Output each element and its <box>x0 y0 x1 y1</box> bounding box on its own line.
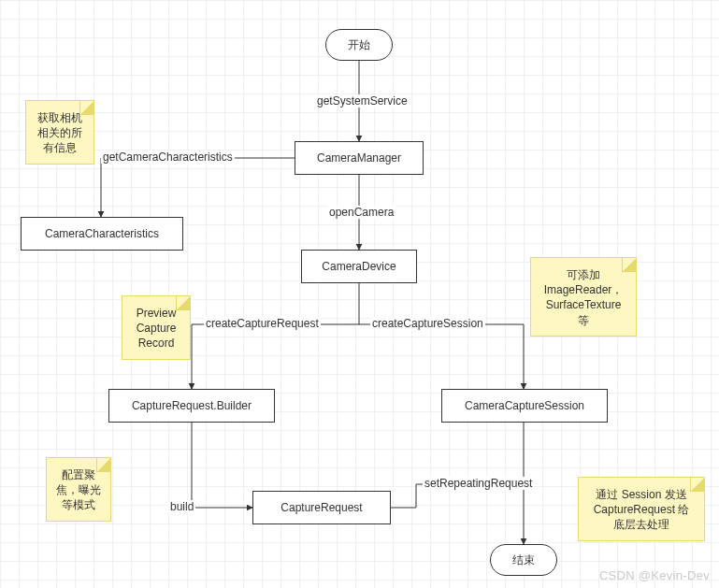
node-camera-characteristics-label: CameraCharacteristics <box>45 227 159 240</box>
edge-get-system-service: getSystemService <box>315 94 410 108</box>
node-start: 开始 <box>325 29 393 61</box>
node-camera-capture-session-label: CameraCaptureSession <box>465 399 584 412</box>
note-camera-info: 获取相机 相关的所 有信息 <box>25 100 94 165</box>
edge-create-capture-session: createCaptureSession <box>370 317 485 330</box>
note-preview-capture-record: Preview Capture Record <box>122 295 191 360</box>
node-camera-characteristics: CameraCharacteristics <box>21 217 183 251</box>
note-session-send: 通过 Session 发送 CaptureRequest 给 底层去处理 <box>578 477 705 541</box>
node-camera-capture-session: CameraCaptureSession <box>441 389 608 423</box>
node-capture-request-builder: CaptureRequest.Builder <box>108 389 275 423</box>
node-end: 结束 <box>490 544 557 576</box>
node-end-label: 结束 <box>512 552 535 568</box>
edge-set-repeating-request: setRepeatingRequest <box>423 477 534 490</box>
node-capture-request-builder-label: CaptureRequest.Builder <box>132 399 252 412</box>
note-focus-exposure: 配置聚 焦，曝光 等模式 <box>46 457 111 522</box>
node-capture-request-label: CaptureRequest <box>280 501 362 514</box>
node-camera-device-label: CameraDevice <box>322 260 395 273</box>
edge-get-camera-characteristics: getCameraCharacteristics <box>101 151 235 164</box>
node-capture-request: CaptureRequest <box>252 491 391 524</box>
node-camera-manager: CameraManager <box>295 141 424 175</box>
node-start-label: 开始 <box>348 37 370 53</box>
node-camera-device: CameraDevice <box>301 250 417 283</box>
note-add-surfaces: 可添加 ImageReader， SurfaceTexture 等 <box>530 257 637 337</box>
edge-create-capture-request: createCaptureRequest <box>204 317 321 330</box>
node-camera-manager-label: CameraManager <box>317 151 401 165</box>
edge-open-camera: openCamera <box>327 206 395 219</box>
edge-build: build <box>168 500 195 513</box>
watermark: CSDN @Kevin-Dev <box>599 568 710 582</box>
